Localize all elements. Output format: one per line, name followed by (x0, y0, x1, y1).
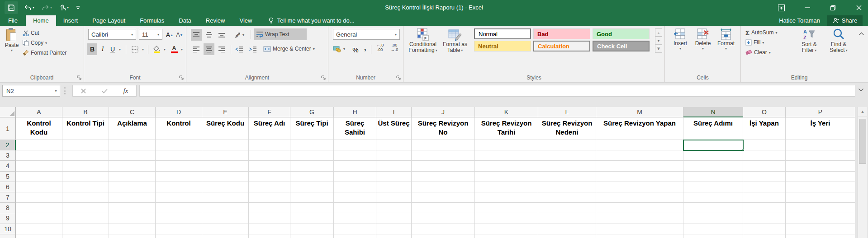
format-as-table-button[interactable]: Format as Table▾ (441, 28, 470, 53)
column-header-I[interactable]: I (376, 107, 412, 117)
cell-L11[interactable] (538, 234, 596, 238)
tab-home[interactable]: Home (26, 15, 56, 26)
cell-P1[interactable]: İş Yeri (786, 117, 855, 140)
middle-align-button[interactable] (204, 29, 214, 41)
cell-style-normal[interactable]: Normal (474, 28, 531, 39)
bottom-align-button[interactable] (216, 29, 227, 41)
cell-A9[interactable] (16, 213, 62, 224)
select-all-button[interactable] (0, 107, 16, 117)
column-header-L[interactable]: L (538, 107, 596, 117)
cell-style-good[interactable]: Good (593, 28, 650, 39)
cell-style-neutral[interactable]: Neutral (474, 41, 531, 51)
cell-G6[interactable] (290, 182, 334, 192)
cell-F9[interactable] (249, 213, 290, 224)
cell-I3[interactable] (376, 150, 412, 161)
cell-M7[interactable] (596, 192, 683, 203)
cell-I10[interactable] (376, 224, 412, 234)
cell-P7[interactable] (786, 192, 855, 203)
cell-G5[interactable] (290, 172, 334, 182)
column-header-A[interactable]: A (16, 107, 62, 117)
font-size-combo[interactable]: 11 ▾ (139, 29, 162, 40)
cell-N2[interactable] (683, 140, 743, 150)
decrease-decimal-button[interactable]: .00 →.0 (388, 43, 401, 52)
tab-file[interactable]: File (0, 15, 26, 26)
cell-A4[interactable] (16, 161, 62, 171)
cell-L9[interactable] (538, 213, 596, 224)
cell-F6[interactable] (249, 182, 290, 192)
cell-H4[interactable] (334, 161, 376, 171)
cell-D5[interactable] (156, 172, 202, 182)
cell-H1[interactable]: SüreçSahibi (334, 117, 376, 140)
cell-E7[interactable] (202, 192, 249, 203)
cell-L1[interactable]: Süreç RevizyonNedeni (538, 117, 596, 140)
cell-style-bad[interactable]: Bad (533, 28, 590, 39)
cell-I2[interactable] (376, 140, 412, 150)
cell-N4[interactable] (683, 161, 743, 171)
tell-me-box[interactable]: Tell me what you want to do... (268, 15, 354, 26)
cell-O2[interactable] (743, 140, 786, 150)
cell-K6[interactable] (475, 182, 538, 192)
cell-M2[interactable] (596, 140, 683, 150)
cell-I9[interactable] (376, 213, 412, 224)
fill-color-menu-button[interactable]: ▾ (162, 43, 167, 55)
cell-F11[interactable] (249, 234, 290, 238)
format-cells-button[interactable]: Format ▾ (716, 28, 736, 51)
cell-J5[interactable] (412, 172, 475, 182)
row-header-2[interactable]: 2 (0, 140, 16, 150)
font-color-button[interactable]: A (169, 43, 179, 55)
scrollbar-thumb[interactable] (859, 119, 866, 164)
cell-B11[interactable] (62, 234, 109, 238)
gallery-scroll-up-button[interactable]: ▲ (655, 28, 662, 37)
cell-H2[interactable] (334, 140, 376, 150)
cell-F5[interactable] (249, 172, 290, 182)
cell-I7[interactable] (376, 192, 412, 203)
column-header-D[interactable]: D (156, 107, 202, 117)
decrease-font-size-button[interactable]: A▼ (175, 29, 185, 41)
row-header-9[interactable]: 9 (0, 213, 16, 224)
column-header-E[interactable]: E (202, 107, 249, 117)
cell-C11[interactable] (109, 234, 156, 238)
orientation-button[interactable]: ab ▾ (232, 29, 247, 41)
restore-button[interactable] (829, 4, 837, 12)
italic-button[interactable]: I (98, 43, 107, 55)
font-dialog-launcher[interactable] (179, 75, 184, 80)
cell-M5[interactable] (596, 172, 683, 182)
cell-L10[interactable] (538, 224, 596, 234)
cell-D10[interactable] (156, 224, 202, 234)
cell-F1[interactable]: Süreç Adı (249, 117, 290, 140)
cell-B3[interactable] (62, 150, 109, 161)
center-button[interactable] (204, 43, 214, 55)
cell-style-check-cell[interactable]: Check Cell (593, 41, 650, 51)
cell-D11[interactable] (156, 234, 202, 238)
cell-E9[interactable] (202, 213, 249, 224)
cell-B9[interactable] (62, 213, 109, 224)
cell-H10[interactable] (334, 224, 376, 234)
fill-button[interactable]: Fill ▾ (745, 38, 792, 47)
cell-I6[interactable] (376, 182, 412, 192)
cell-D3[interactable] (156, 150, 202, 161)
row-header-11[interactable] (0, 234, 16, 238)
cell-P11[interactable] (786, 234, 855, 238)
cell-K4[interactable] (475, 161, 538, 171)
tab-insert[interactable]: Insert (56, 15, 85, 26)
cell-D9[interactable] (156, 213, 202, 224)
user-name[interactable]: Hatice Toraman (779, 17, 820, 24)
cell-I8[interactable] (376, 203, 412, 213)
cell-A7[interactable] (16, 192, 62, 203)
column-header-G[interactable]: G (290, 107, 334, 117)
cell-A6[interactable] (16, 182, 62, 192)
tab-review[interactable]: Review (199, 15, 232, 26)
cell-P8[interactable] (786, 203, 855, 213)
cell-O3[interactable] (743, 150, 786, 161)
minimize-button[interactable] (803, 4, 811, 12)
cell-F8[interactable] (249, 203, 290, 213)
align-right-button[interactable] (216, 43, 227, 55)
cell-B8[interactable] (62, 203, 109, 213)
row-header-4[interactable]: 4 (0, 161, 16, 171)
clipboard-dialog-launcher[interactable] (76, 75, 82, 80)
cell-M11[interactable] (596, 234, 683, 238)
cell-B10[interactable] (62, 224, 109, 234)
fill-color-button[interactable] (151, 43, 162, 55)
cell-O9[interactable] (743, 213, 786, 224)
cell-O5[interactable] (743, 172, 786, 182)
